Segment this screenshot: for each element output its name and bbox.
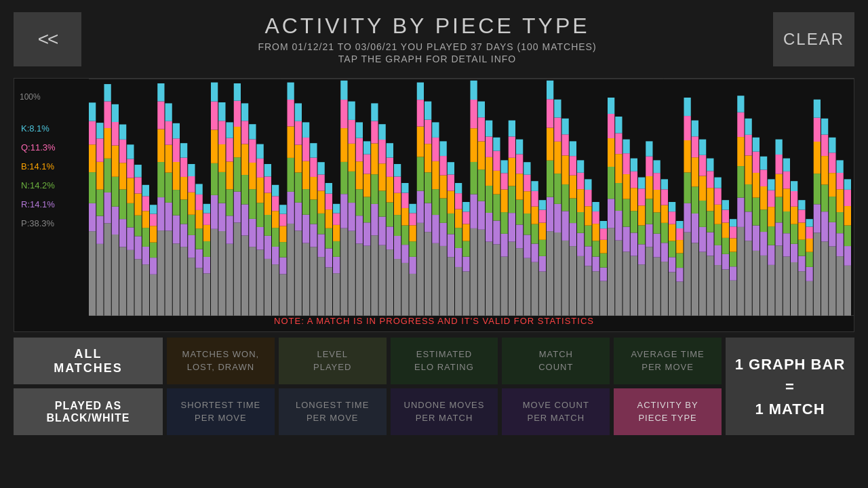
stat-shortest-time-button[interactable]: SHORTEST TIMEPER MOVE: [167, 388, 275, 435]
legend-pawn: P:38.3%: [21, 214, 56, 233]
legend-knight: N:14.2%: [21, 176, 56, 195]
page-title: ACTIVITY BY PIECE TYPE: [81, 14, 773, 39]
bottom-controls: ALLMATCHES PLAYED ASBLACK/WHITE MATCHES …: [0, 332, 868, 441]
stat-activity-piece-type-button[interactable]: ACTIVITY BYPIECE TYPE: [614, 388, 722, 435]
stat-move-count-button[interactable]: MOVE COUNTPER MATCH: [502, 388, 610, 435]
stats-grid: MATCHES WON,LOST, DRAWN LEVELPLAYED ESTI…: [167, 338, 722, 435]
stat-match-count-button[interactable]: MATCHCOUNT: [502, 338, 610, 384]
bar-chart-canvas[interactable]: [89, 79, 854, 316]
header-center: ACTIVITY BY PIECE TYPE FROM 01/12/21 TO …: [81, 14, 773, 64]
legend-queen: Q:11.3%: [21, 138, 56, 157]
header: << ACTIVITY BY PIECE TYPE FROM 01/12/21 …: [0, 0, 868, 78]
chart-legend: K:8.1% Q:11.3% B:14.1% N:14.2% R:14.1% P…: [21, 119, 56, 233]
stat-level-played-button[interactable]: LEVELPLAYED: [279, 338, 387, 384]
chart-area[interactable]: 100% K:8.1% Q:11.3% B:14.1% N:14.2% R:14…: [14, 78, 854, 332]
stat-longest-time-button[interactable]: LONGEST TIMEPER MOVE: [279, 388, 387, 435]
stat-undone-moves-button[interactable]: UNDONE MOVESPER MATCH: [391, 388, 498, 435]
played-as-button[interactable]: PLAYED ASBLACK/WHITE: [14, 388, 163, 435]
legend-rook: R:14.1%: [21, 195, 56, 214]
header-subtitle: FROM 01/12/21 TO 03/06/21 YOU PLAYED 37 …: [81, 41, 773, 52]
graph-bar-label: 1 GRAPH BAR = 1 MATCH: [735, 353, 846, 420]
graph-bar-info: 1 GRAPH BAR = 1 MATCH: [726, 338, 854, 435]
clear-button[interactable]: CLEAR: [773, 12, 854, 66]
all-matches-button[interactable]: ALLMATCHES: [14, 338, 163, 384]
stat-matches-won-button[interactable]: MATCHES WON,LOST, DRAWN: [167, 338, 275, 384]
stat-elo-rating-button[interactable]: ESTIMATEDELO RATING: [391, 338, 498, 384]
legend-bishop: B:14.1%: [21, 157, 56, 176]
stat-avg-time-button[interactable]: AVERAGE TIMEPER MOVE: [614, 338, 722, 384]
header-hint: TAP THE GRAPH FOR DETAIL INFO: [81, 54, 773, 64]
legend-king: K:8.1%: [21, 119, 56, 138]
chart-note: NOTE: A MATCH IS IN PROGRESS AND IT'S VA…: [14, 312, 854, 330]
match-filter-col: ALLMATCHES PLAYED ASBLACK/WHITE: [14, 338, 163, 435]
back-button[interactable]: <<: [14, 12, 81, 66]
